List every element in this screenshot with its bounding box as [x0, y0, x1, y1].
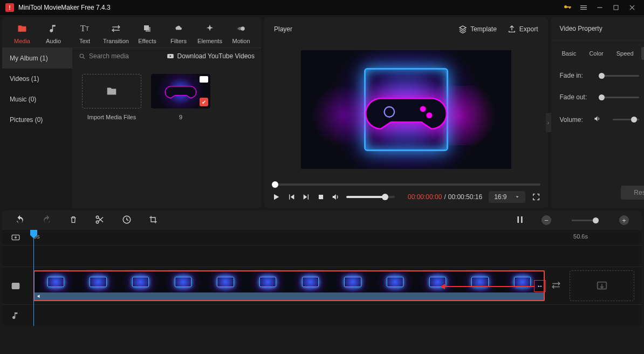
tab-transition[interactable]: Transition [100, 23, 132, 44]
collapse-panel-button[interactable]: › [546, 113, 551, 132]
crop-button[interactable] [149, 215, 157, 226]
video-track-icon [2, 267, 29, 304]
speed-button[interactable] [122, 215, 132, 226]
zoom-out-button[interactable]: − [542, 215, 551, 225]
ptab-basic[interactable]: Basic [557, 47, 582, 60]
tab-label: Elements [197, 38, 222, 44]
time-duration: 00:00:50:16 [448, 193, 482, 201]
menu-icon[interactable] [577, 1, 590, 14]
tab-filters[interactable]: Filters [163, 23, 194, 44]
trim-arrow-annotation [442, 286, 534, 287]
titlebar: ! MiniTool MovieMaker Free 7.4.3 [0, 0, 644, 15]
swap-icon [110, 23, 122, 35]
volume-icon[interactable] [331, 193, 340, 201]
transition-slot-icon[interactable] [551, 280, 561, 291]
volume-slider[interactable] [346, 196, 395, 198]
ptab-speed[interactable]: Speed [611, 47, 639, 60]
svg-rect-14 [517, 216, 519, 223]
tab-audio[interactable]: Audio [38, 23, 69, 44]
sidebar-item-pictures[interactable]: Pictures (0) [2, 110, 72, 130]
scrubber[interactable] [264, 178, 548, 189]
media-clip[interactable]: ✔ [151, 74, 210, 108]
zoom-in-button[interactable]: + [619, 215, 629, 225]
import-label: Import Media Files [87, 114, 136, 120]
maximize-icon[interactable] [609, 1, 622, 14]
text-icon: TT [79, 23, 91, 35]
property-panel: › Video Property Basic Color Speed Audio… [551, 17, 644, 208]
snap-button[interactable] [516, 215, 524, 226]
next-frame-button[interactable] [302, 193, 311, 201]
sidebar-item-music[interactable]: Music (0) [2, 89, 72, 110]
scrub-handle[interactable] [272, 181, 278, 188]
audio-track-icon [2, 305, 29, 326]
svg-rect-0 [597, 7, 602, 8]
upgrade-icon[interactable] [561, 1, 574, 14]
tab-label: Text [79, 38, 90, 44]
minimize-icon[interactable] [593, 1, 606, 14]
svg-point-7 [420, 106, 426, 112]
player-panel: Player Template Export [264, 17, 548, 208]
sidebar-item-videos[interactable]: Videos (1) [2, 69, 72, 89]
volume-prop-slider[interactable] [613, 119, 639, 120]
download-youtube-button[interactable]: Download YouTube Videos [167, 52, 255, 60]
time-current: 00:00:00:00 [408, 193, 442, 201]
template-button[interactable]: Template [458, 25, 497, 33]
tick-end: 50.6s [573, 233, 588, 240]
svg-point-5 [80, 54, 84, 58]
timeline: 0s 50.6s 50.6s ↔ [2, 230, 642, 326]
stop-button[interactable] [317, 193, 325, 201]
play-button[interactable] [272, 193, 280, 201]
export-button[interactable]: Export [508, 25, 538, 33]
ruler[interactable]: 0s 50.6s [29, 230, 642, 245]
volume-label: Volume: [560, 116, 593, 124]
tab-media[interactable]: Media [6, 23, 38, 44]
fullscreen-button[interactable] [532, 193, 540, 201]
player-title: Player [274, 25, 292, 33]
playhead[interactable] [33, 230, 34, 326]
aspect-label: 16:9 [494, 193, 506, 201]
app-logo: ! [5, 3, 14, 12]
video-badge-icon [200, 76, 208, 83]
search-input[interactable]: Search media [79, 52, 161, 60]
ptab-color[interactable]: Color [584, 47, 608, 60]
svg-rect-10 [319, 195, 323, 199]
trim-handle[interactable]: ↔ [534, 280, 546, 292]
add-track-button[interactable] [2, 230, 29, 245]
fade-in-slider[interactable] [599, 75, 639, 77]
aspect-select[interactable]: 16:9 [489, 191, 525, 203]
svg-point-11 [96, 216, 99, 219]
zoom-slider[interactable] [572, 220, 599, 221]
tab-elements[interactable]: Elements [194, 23, 225, 44]
search-placeholder: Search media [89, 52, 129, 60]
template-label: Template [470, 25, 497, 33]
prev-frame-button[interactable] [287, 193, 296, 201]
split-button[interactable] [95, 215, 105, 226]
export-label: Export [519, 25, 538, 33]
import-media-button[interactable] [82, 74, 141, 108]
fade-in-label: Fade in: [560, 72, 593, 79]
delete-button[interactable] [69, 215, 78, 226]
preview-viewport[interactable] [301, 50, 511, 169]
media-panel: Media Audio TT Text Transition Effects F… [2, 17, 261, 208]
svg-rect-1 [614, 5, 618, 10]
redo-button[interactable] [42, 215, 52, 226]
svg-point-4 [237, 28, 239, 30]
tab-motion[interactable]: Motion [225, 23, 257, 44]
tab-label: Motion [232, 38, 250, 44]
tab-label: Media [14, 38, 30, 44]
music-icon [47, 23, 59, 35]
tab-label: Transition [103, 38, 129, 44]
sidebar-item-album[interactable]: My Album (1) [2, 48, 72, 69]
tab-effects[interactable]: Effects [132, 23, 163, 44]
check-icon: ✔ [200, 98, 208, 106]
layers-icon [141, 23, 153, 35]
ptab-audio[interactable]: Audio [641, 47, 644, 60]
tab-text[interactable]: TT Text [69, 23, 100, 44]
folder-icon [16, 23, 28, 35]
close-icon[interactable] [626, 1, 639, 14]
svg-point-12 [96, 221, 99, 223]
undo-button[interactable] [15, 215, 25, 226]
drop-zone[interactable] [570, 270, 634, 301]
fade-out-slider[interactable] [599, 97, 639, 98]
reset-button[interactable]: Reset [621, 186, 644, 200]
